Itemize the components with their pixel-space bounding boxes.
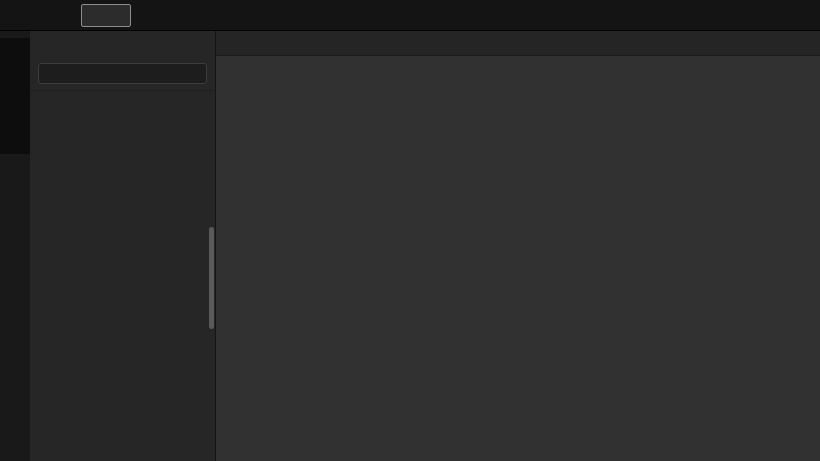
play-icon (223, 9, 235, 21)
grid-icon[interactable] (111, 9, 124, 22)
search-input[interactable] (60, 68, 200, 80)
main-layout (0, 31, 820, 461)
add-resource-button[interactable] (186, 38, 202, 54)
activity-bar-top-group (0, 31, 30, 38)
activity-bar (0, 31, 30, 461)
resources-header-actions (167, 38, 209, 54)
tutorials-button[interactable] (277, 9, 289, 22)
topbar (0, 0, 820, 31)
editor-area (216, 31, 820, 461)
activity-bar-divider (0, 38, 30, 154)
tree-scrollbar[interactable] (209, 227, 214, 329)
preview-button[interactable] (223, 9, 235, 22)
resources-panel (30, 31, 216, 461)
file-path-bar (216, 31, 820, 56)
wavemaker-logo-icon[interactable] (7, 4, 30, 27)
project-breadcrumb (44, 10, 46, 21)
tab-customsecurity[interactable] (81, 4, 131, 27)
resources-header (30, 31, 215, 58)
user-avatar[interactable] (788, 4, 810, 26)
file-tree (30, 90, 215, 461)
refresh-icon[interactable] (167, 40, 179, 52)
chevron-right-icon (61, 10, 72, 21)
search-icon (45, 69, 55, 79)
wavemaker-studio-window (0, 0, 820, 461)
file-icon (88, 9, 99, 22)
code-editor[interactable] (216, 56, 820, 461)
document-icon (277, 9, 289, 21)
search-box[interactable] (38, 63, 207, 84)
